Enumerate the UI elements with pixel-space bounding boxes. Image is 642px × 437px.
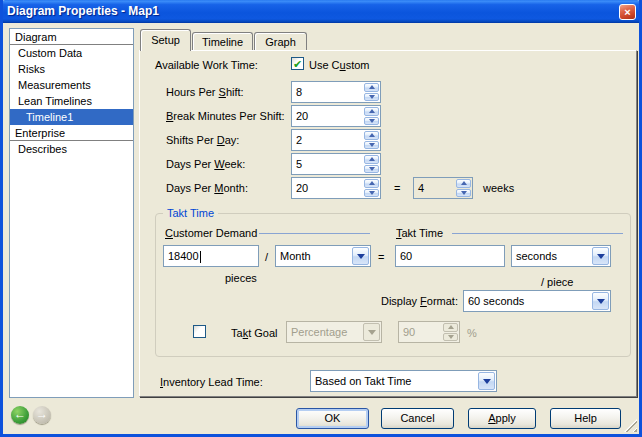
forward-icon[interactable]: → [33, 406, 51, 424]
spin-up-button[interactable] [364, 155, 379, 164]
cancel-button[interactable]: Cancel [381, 408, 454, 429]
spin-up-button[interactable] [364, 179, 379, 188]
takt-goal-value: 90 [403, 326, 415, 338]
takt-goal-type-value: Percentage [291, 326, 347, 338]
use-custom-checkbox[interactable]: ✔ [291, 57, 304, 70]
tree-item-risks[interactable]: Risks [10, 61, 133, 77]
tree-item-measurements[interactable]: Measurements [10, 77, 133, 93]
equals-sign: = [378, 251, 384, 263]
back-icon[interactable]: ← [11, 406, 29, 424]
title-bar[interactable]: Diagram Properties - Map1 × [0, 0, 642, 23]
weeks-value: 4 [418, 182, 424, 194]
days-per-month-label: Days Per Month: [166, 182, 248, 194]
tree-item-lean-timelines[interactable]: Lean Timelines [10, 93, 133, 109]
display-format-select[interactable]: 60 seconds [463, 290, 611, 312]
inventory-lead-time-select[interactable]: Based on Takt Time [310, 370, 497, 392]
spin-down-button[interactable] [364, 93, 379, 102]
shifts-per-day-value: 2 [296, 134, 302, 146]
spin-down-button[interactable] [364, 165, 379, 174]
spin-up-button[interactable] [364, 107, 379, 116]
spin-up-button[interactable] [456, 179, 471, 188]
demand-period-select[interactable]: Month [275, 245, 371, 267]
demand-period-value: Month [280, 250, 311, 262]
days-per-week-label: Days Per Week: [166, 158, 245, 170]
text-caret [200, 251, 201, 263]
hours-per-shift-label: Hours Per Shift: [166, 86, 244, 98]
customer-demand-value: 18400 [168, 250, 199, 262]
spin-down-button[interactable] [364, 141, 379, 150]
spin-up-button [443, 323, 458, 332]
available-work-time-label: Available Work Time: [155, 59, 258, 71]
takt-goal-spinner: 90 [398, 321, 460, 343]
tree-header-diagram: Diagram [10, 29, 133, 45]
chevron-down-icon [363, 323, 380, 341]
tree-item-describes[interactable]: Describes [10, 141, 133, 157]
spin-up-button[interactable] [364, 131, 379, 140]
spin-up-button[interactable] [364, 83, 379, 92]
days-per-month-value: 20 [296, 182, 308, 194]
percent-label: % [467, 327, 477, 339]
hours-per-shift-value: 8 [296, 86, 302, 98]
divide-sign: / [265, 251, 268, 263]
properties-tree: Diagram Custom Data Risks Measurements L… [9, 28, 134, 398]
chevron-down-icon [592, 247, 609, 265]
customer-demand-input[interactable]: 18400 [163, 245, 259, 267]
takt-time-value: 60 [400, 250, 412, 262]
spin-down-button[interactable] [364, 117, 379, 126]
inventory-lead-time-value: Based on Takt Time [315, 375, 411, 387]
takt-time-label: Takt Time [396, 227, 443, 239]
pieces-label: pieces [225, 272, 257, 284]
resize-grip[interactable] [624, 419, 637, 432]
inventory-lead-time-label: Inventory Lead Time: [160, 376, 263, 388]
takt-goal-type-select: Percentage [286, 321, 382, 343]
takt-unit-select[interactable]: seconds [511, 245, 611, 267]
tab-setup[interactable]: Setup [140, 29, 191, 51]
days-per-month-spinner[interactable]: 20 [291, 177, 381, 199]
help-button[interactable]: Help [550, 408, 621, 429]
apply-button[interactable]: Apply [468, 408, 536, 429]
days-per-week-value: 5 [296, 158, 302, 170]
weeks-spinner[interactable]: 4 [413, 177, 473, 199]
close-icon[interactable]: × [619, 4, 636, 20]
chevron-down-icon [478, 372, 495, 390]
takt-time-rule [452, 233, 623, 234]
chevron-down-icon [352, 247, 369, 265]
spin-down-button [443, 333, 458, 342]
spin-down-button[interactable] [364, 189, 379, 198]
weeks-label: weeks [483, 182, 514, 194]
customer-demand-label: Customer Demand [165, 227, 257, 239]
spin-down-button[interactable] [456, 189, 471, 198]
customer-demand-rule [259, 233, 370, 234]
ok-button[interactable]: OK [296, 408, 369, 429]
diagram-properties-dialog: Diagram Properties - Map1 × Diagram Cust… [0, 0, 642, 437]
takt-goal-label: Takt Goal [231, 327, 277, 339]
days-per-week-spinner[interactable]: 5 [291, 153, 381, 175]
takt-time-input[interactable]: 60 [395, 245, 505, 267]
shifts-per-day-label: Shifts Per Day: [166, 134, 239, 146]
display-format-label: Display Format: [303, 295, 458, 307]
equals-sign: = [394, 182, 400, 194]
tree-header-enterprise: Enterprise [10, 125, 133, 141]
shifts-per-day-spinner[interactable]: 2 [291, 129, 381, 151]
check-icon: ✔ [292, 58, 303, 70]
per-piece-label: / piece [541, 276, 573, 288]
break-minutes-value: 20 [296, 110, 308, 122]
tree-item-custom-data[interactable]: Custom Data [10, 45, 133, 61]
tree-item-timeline1[interactable]: Timeline1 [10, 109, 133, 125]
break-minutes-label: Break Minutes Per Shift: [166, 110, 285, 122]
takt-unit-value: seconds [516, 250, 557, 262]
takt-time-group-label: Takt Time [163, 207, 218, 219]
takt-goal-checkbox[interactable]: ✔ [193, 325, 206, 338]
chevron-down-icon [592, 292, 609, 310]
display-format-value: 60 seconds [468, 295, 524, 307]
use-custom-label: Use Custom [309, 59, 370, 71]
hours-per-shift-spinner[interactable]: 8 [291, 81, 381, 103]
break-minutes-spinner[interactable]: 20 [291, 105, 381, 127]
tab-graph[interactable]: Graph [254, 32, 307, 51]
tab-timeline[interactable]: Timeline [192, 32, 253, 51]
window-title: Diagram Properties - Map1 [7, 0, 159, 23]
